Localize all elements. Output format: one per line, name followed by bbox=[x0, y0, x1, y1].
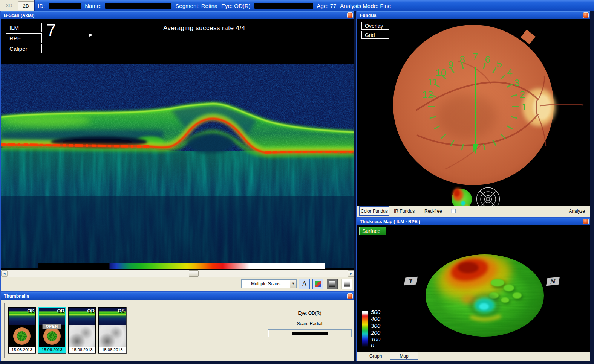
scan-info-eye: Eye: OD(R) bbox=[265, 311, 354, 316]
svg-text:3: 3 bbox=[514, 77, 520, 88]
thickness-map-panel: Thickness Map ( ILM - RPE ) bbox=[356, 218, 590, 361]
tab-map[interactable]: Map bbox=[390, 352, 418, 360]
thumbnail-fundus bbox=[9, 325, 35, 347]
bscan-horizontal-scrollbar[interactable]: ◄ ► bbox=[1, 270, 354, 277]
svg-text:12: 12 bbox=[423, 89, 433, 100]
svg-text:6: 6 bbox=[485, 54, 490, 65]
patient-name-label: Name: bbox=[85, 3, 101, 9]
multiple-scans-dropdown[interactable]: Multiple Scans ▼ bbox=[241, 279, 297, 288]
thumbnail-ir-image bbox=[69, 325, 95, 347]
close-icon[interactable] bbox=[583, 12, 589, 18]
thickness-color-scale bbox=[362, 311, 368, 347]
scale-label-0: 0 bbox=[371, 342, 390, 349]
thumbnail-item-2-selected[interactable]: OPEN OD 15.08.2013 bbox=[38, 307, 66, 354]
red-free-checkbox[interactable] bbox=[451, 209, 456, 213]
bscan-panel: B-Scan (Axial) bbox=[0, 11, 354, 292]
grid-button[interactable]: Grid bbox=[361, 31, 389, 39]
nasal-label: N bbox=[546, 277, 560, 286]
chevron-down-icon[interactable]: ▼ bbox=[290, 280, 296, 288]
segment-label: Segment: Retina bbox=[175, 3, 217, 9]
tab-ir-fundus[interactable]: IR Fundus bbox=[394, 209, 415, 214]
temporal-label: T bbox=[404, 277, 418, 286]
thumbnail-ir-image bbox=[99, 325, 126, 347]
averaging-success-text: Averaging success rate 4/4 bbox=[163, 24, 245, 32]
scan-info-type: Scan: Radial bbox=[265, 321, 354, 326]
grayscale-mode-button[interactable] bbox=[327, 279, 338, 289]
svg-text:7: 7 bbox=[473, 51, 478, 62]
thickness-titlebar: Thickness Map ( ILM - RPE ) bbox=[357, 218, 590, 225]
thumbnails-content: OS 15.08.2013 OPEN OD 15.08.2013 OD bbox=[1, 300, 354, 361]
tab-graph[interactable]: Graph bbox=[369, 353, 382, 359]
fundus-tabbar: Color Fundus IR Fundus Red-free Analyze bbox=[357, 206, 590, 217]
svg-text:11: 11 bbox=[428, 76, 438, 88]
svg-text:4: 4 bbox=[507, 67, 513, 78]
thickness-title: Thickness Map ( ILM - RPE ) bbox=[360, 219, 420, 224]
scale-label-100: 100 bbox=[371, 336, 390, 343]
radial-pattern-icon bbox=[17, 331, 27, 341]
surface-button[interactable]: Surface bbox=[359, 227, 386, 235]
close-icon[interactable] bbox=[347, 293, 353, 299]
tab-color-fundus[interactable]: Color Fundus bbox=[359, 206, 389, 216]
bscan-image-area[interactable]: ILM RPE Caliper 7 Averaging success rate… bbox=[1, 19, 354, 270]
rpe-button[interactable]: RPE bbox=[6, 33, 42, 43]
fundus-image-area[interactable]: 1 2 3 4 5 6 7 8 9 10 11 12 bbox=[357, 19, 590, 206]
thumbnails-list: OS 15.08.2013 OPEN OD 15.08.2013 OD bbox=[4, 303, 263, 358]
svg-text:2: 2 bbox=[520, 89, 525, 100]
svg-text:9: 9 bbox=[448, 59, 453, 70]
intensity-scale-bar bbox=[38, 263, 325, 269]
ilm-button[interactable]: ILM bbox=[6, 23, 42, 32]
fundus-title: Fundus bbox=[360, 13, 376, 18]
fundus-panel: Fundus bbox=[356, 11, 590, 218]
bscan-titlebar: B-Scan (Axial) bbox=[1, 11, 354, 19]
scroll-left-icon[interactable]: ◄ bbox=[1, 270, 8, 277]
scan-info-button[interactable] bbox=[268, 329, 352, 337]
thumbnails-panel: Thumbnails OS 15.08.2013 OPEN OD bbox=[0, 292, 354, 361]
analyze-button[interactable]: Analyze bbox=[569, 209, 585, 214]
open-badge: OPEN bbox=[43, 324, 61, 329]
thickness-tabbar: Graph Map bbox=[357, 352, 590, 361]
bscan-title: B-Scan (Axial) bbox=[4, 13, 34, 18]
thumbnail-date: 15.08.2013 bbox=[9, 347, 35, 353]
scale-label-400: 400 bbox=[371, 315, 390, 322]
radial-pattern-icon bbox=[47, 331, 57, 341]
scan-direction-arrow-icon bbox=[68, 33, 93, 37]
caliper-button[interactable]: Caliper bbox=[6, 44, 42, 53]
view-mode-tabs: 3D 2D bbox=[0, 0, 35, 11]
thumbnail-date: 15.08.2013 bbox=[99, 347, 126, 353]
analysis-mode-label: Analysis Mode: Fine bbox=[340, 3, 391, 9]
letter-a-icon: A bbox=[302, 280, 307, 288]
thumbnail-date: 15.08.2013 bbox=[69, 347, 95, 353]
thickness-3d-area[interactable]: Surface T N 500 400 300 200 100 0 bbox=[357, 225, 590, 352]
scan-info: Eye: OD(R) Scan: Radial bbox=[265, 300, 354, 361]
thumbnail-item-4[interactable]: OS 15.08.2013 bbox=[98, 307, 127, 354]
overlay-button[interactable]: Overlay bbox=[361, 22, 389, 30]
thumbnail-oct-strip: OD bbox=[39, 308, 65, 325]
annotation-text-button[interactable]: A bbox=[299, 279, 310, 289]
application-window: 3D 2D ID: Name: Segment: Retina Eye: OD(… bbox=[0, 0, 594, 364]
inverse-grayscale-button[interactable] bbox=[341, 279, 352, 289]
color-palette-icon bbox=[315, 281, 321, 287]
tab-red-free[interactable]: Red-free bbox=[424, 209, 442, 214]
svg-text:1: 1 bbox=[522, 101, 527, 113]
fundus-titlebar: Fundus bbox=[357, 11, 590, 19]
close-icon[interactable] bbox=[583, 219, 589, 224]
patient-info-bar: 3D 2D ID: Name: Segment: Retina Eye: OD(… bbox=[0, 0, 594, 11]
scrollbar-thumb[interactable] bbox=[189, 270, 199, 277]
fundus-photo-image: 1 2 3 4 5 6 7 8 9 10 11 12 bbox=[357, 19, 590, 206]
scroll-right-icon[interactable]: ► bbox=[348, 270, 354, 277]
patient-id-redacted bbox=[49, 3, 81, 9]
scale-label-300: 300 bbox=[371, 323, 390, 329]
thumbnail-date: 15.08.2013 bbox=[39, 347, 65, 353]
bscan-oct-image bbox=[1, 19, 354, 270]
tab-3d[interactable]: 3D bbox=[1, 1, 17, 10]
age-label: Age: 77 bbox=[317, 3, 337, 9]
thumbnail-item-3[interactable]: OD 15.08.2013 bbox=[68, 307, 96, 354]
bscan-toolbar: Multiple Scans ▼ A bbox=[1, 277, 354, 291]
patient-id-label: ID: bbox=[38, 3, 45, 9]
color-mode-button[interactable] bbox=[312, 279, 323, 289]
patient-dob-redacted bbox=[254, 3, 313, 9]
eye-label: Eye: OD(R) bbox=[221, 3, 251, 9]
close-icon[interactable] bbox=[347, 12, 353, 18]
tab-2d[interactable]: 2D bbox=[18, 1, 34, 10]
thumbnail-item-1[interactable]: OS 15.08.2013 bbox=[8, 307, 36, 354]
